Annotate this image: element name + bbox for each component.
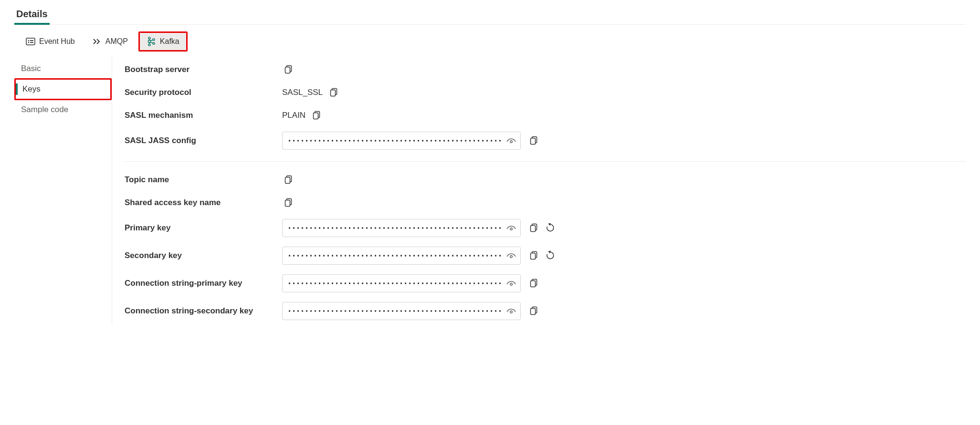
sidebar-item-sample-code[interactable]: Sample code xyxy=(14,100,112,119)
copy-button[interactable] xyxy=(282,173,295,187)
sasl-jass-config-field[interactable] xyxy=(282,132,521,150)
copy-button[interactable] xyxy=(527,277,541,290)
reveal-button[interactable] xyxy=(505,135,517,147)
reveal-button[interactable] xyxy=(505,222,517,234)
reveal-button[interactable] xyxy=(505,249,517,262)
label-secondary-key: Secondary key xyxy=(125,251,282,260)
main-panel: Bootstrap server Security protocol SASL_… xyxy=(112,56,966,325)
event-hub-icon xyxy=(26,37,35,46)
connection-string-primary-field[interactable] xyxy=(282,274,521,292)
copy-button[interactable] xyxy=(527,249,541,262)
masked-value xyxy=(287,281,503,285)
label-primary-key: Primary key xyxy=(125,223,282,233)
masked-value xyxy=(287,254,503,258)
regenerate-button[interactable] xyxy=(544,221,557,235)
highlight-kafka: Kafka xyxy=(138,31,188,52)
copy-button[interactable] xyxy=(282,196,295,209)
tab-event-hub-label: Event Hub xyxy=(39,37,75,46)
copy-button[interactable] xyxy=(527,304,541,318)
copy-button[interactable] xyxy=(527,134,541,147)
amqp-icon xyxy=(92,37,102,46)
tab-event-hub[interactable]: Event Hub xyxy=(19,33,82,50)
highlight-keys: Keys xyxy=(14,78,112,100)
masked-value xyxy=(287,226,503,230)
top-tabs: Details xyxy=(14,0,966,25)
secondary-key-field[interactable] xyxy=(282,247,521,265)
tab-kafka[interactable]: Kafka xyxy=(140,33,186,50)
copy-button[interactable] xyxy=(527,221,541,235)
value-security-protocol: SASL_SSL xyxy=(282,88,323,97)
tab-details[interactable]: Details xyxy=(14,6,50,24)
tab-amqp-label: AMQP xyxy=(105,37,128,46)
regenerate-button[interactable] xyxy=(544,249,557,262)
label-shared-access-key-name: Shared access key name xyxy=(125,198,282,207)
copy-button[interactable] xyxy=(327,86,341,99)
reveal-button[interactable] xyxy=(505,305,517,317)
primary-key-field[interactable] xyxy=(282,219,521,237)
tab-amqp[interactable]: AMQP xyxy=(85,33,135,50)
masked-value xyxy=(287,309,503,313)
connection-string-secondary-field[interactable] xyxy=(282,302,521,320)
sidebar-item-basic[interactable]: Basic xyxy=(14,59,112,78)
side-nav: Basic Keys Sample code xyxy=(14,56,112,325)
label-bootstrap-server: Bootstrap server xyxy=(125,65,282,74)
label-sasl-jass-config: SASL JASS config xyxy=(125,136,282,145)
divider xyxy=(125,161,966,162)
protocol-tabs: Event Hub AMQP Kafka xyxy=(14,25,966,52)
label-connection-string-secondary: Connection string-secondary key xyxy=(125,306,282,316)
label-security-protocol: Security protocol xyxy=(125,88,282,97)
sidebar-item-keys[interactable]: Keys xyxy=(16,80,110,99)
copy-button[interactable] xyxy=(310,109,324,122)
label-topic-name: Topic name xyxy=(125,175,282,185)
label-sasl-mechanism: SASL mechanism xyxy=(125,111,282,120)
copy-button[interactable] xyxy=(282,63,295,76)
label-connection-string-primary: Connection string-primary key xyxy=(125,279,282,288)
masked-value xyxy=(287,139,503,143)
reveal-button[interactable] xyxy=(505,277,517,290)
value-sasl-mechanism: PLAIN xyxy=(282,111,306,120)
kafka-icon xyxy=(147,36,156,47)
tab-kafka-label: Kafka xyxy=(160,37,179,46)
